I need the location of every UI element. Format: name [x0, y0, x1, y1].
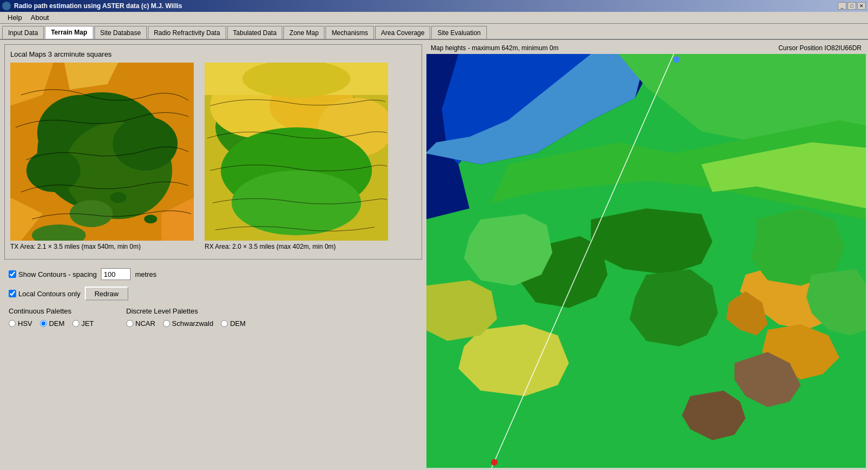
svg-point-51 [673, 56, 680, 63]
dem-discrete-text: DEM [230, 319, 246, 328]
tab-tabulated-data[interactable]: Tabulated Data [227, 26, 283, 39]
tx-map-canvas[interactable] [10, 63, 194, 241]
maximize-button[interactable]: □ [847, 2, 856, 10]
dem-text: DEM [49, 319, 65, 328]
menu-about[interactable]: About [26, 12, 53, 23]
svg-point-23 [232, 171, 361, 235]
window-controls: _ □ ✕ [838, 2, 866, 10]
menu-help[interactable]: Help [3, 12, 26, 23]
ncar-radio[interactable] [126, 320, 133, 327]
svg-point-52 [491, 459, 498, 466]
dem-label[interactable]: DEM [40, 319, 65, 328]
svg-marker-45 [464, 214, 553, 286]
palette-section: Continuous Palettes HSV DEM JET [9, 307, 418, 328]
tab-terrain-map[interactable]: Terrain Map [45, 26, 93, 39]
local-contours-row: Local Contours only Redraw [9, 287, 418, 301]
left-panel: Local Maps 3 arcminute squares [0, 40, 426, 470]
maps-row: TX Area: 2.1 × 3.5 miles (max 540m, min … [10, 63, 416, 250]
discrete-title: Discrete Level Palettes [126, 307, 246, 315]
tab-input-data[interactable]: Input Data [2, 26, 44, 39]
spacing-input[interactable] [101, 268, 131, 280]
schwarzwald-radio[interactable] [163, 320, 170, 327]
svg-point-15 [144, 215, 157, 223]
show-contours-checkbox[interactable] [9, 270, 16, 278]
tab-mechanisms[interactable]: Mechanisms [326, 26, 374, 39]
dem-discrete-label[interactable]: DEM [221, 319, 246, 328]
contour-row: Show Contours - spacing metres [9, 268, 418, 280]
metres-label: metres [135, 270, 157, 278]
tx-map-svg [10, 63, 194, 241]
continuous-title: Continuous Palettes [9, 307, 94, 315]
hsv-label[interactable]: HSV [9, 319, 32, 328]
tab-radio-refractivity[interactable]: Radio Refractivity Data [148, 26, 226, 39]
svg-point-14 [110, 192, 126, 203]
large-map[interactable] [426, 54, 866, 468]
hsv-text: HSV [18, 319, 32, 328]
large-map-svg [426, 54, 866, 468]
maps-label: Local Maps 3 arcminute squares [10, 50, 416, 58]
title-text: Radio path estimation using ASTER data (… [2, 2, 182, 10]
menu-bar: Help About [0, 12, 868, 24]
app-icon [2, 2, 11, 10]
tab-site-database[interactable]: Site Database [94, 26, 147, 39]
tab-site-evaluation[interactable]: Site Evaluation [431, 26, 486, 39]
redraw-button[interactable]: Redraw [85, 287, 128, 301]
rx-map-canvas[interactable] [205, 63, 388, 241]
map-heights-info: Map heights - maximum 642m, minimum 0m [431, 44, 559, 52]
dem-discrete-radio[interactable] [221, 320, 228, 327]
title-bar: Radio path estimation using ASTER data (… [0, 0, 868, 12]
maps-container: Local Maps 3 arcminute squares [4, 44, 422, 260]
jet-label[interactable]: JET [72, 319, 94, 328]
ncar-text: NCAR [135, 319, 155, 328]
show-contours-label[interactable]: Show Contours - spacing [9, 270, 97, 278]
jet-text: JET [82, 319, 94, 328]
close-button[interactable]: ✕ [857, 2, 866, 10]
discrete-radio-row: NCAR Schwarzwald DEM [126, 319, 246, 328]
tx-map-item: TX Area: 2.1 × 3.5 miles (max 540m, min … [10, 63, 194, 250]
schwarzwald-text: Schwarzwald [172, 319, 214, 328]
minimize-button[interactable]: _ [838, 2, 846, 10]
map-info-bar: Map heights - maximum 642m, minimum 0m C… [426, 42, 866, 54]
tx-map-caption: TX Area: 2.1 × 3.5 miles (max 540m, min … [10, 243, 194, 250]
tab-area-coverage[interactable]: Area Coverage [375, 26, 431, 39]
rx-map-svg [205, 63, 388, 241]
controls-panel: Show Contours - spacing metres Local Con… [4, 264, 422, 332]
jet-radio[interactable] [72, 320, 79, 327]
hsv-radio[interactable] [9, 320, 16, 327]
title-label: Radio path estimation using ASTER data (… [14, 2, 182, 10]
rx-map-caption: RX Area: 2.0 × 3.5 miles (max 402m, min … [205, 243, 388, 250]
cursor-position: Cursor Position IO82IU66DR [778, 44, 862, 52]
rx-map-item: RX Area: 2.0 × 3.5 miles (max 402m, min … [205, 63, 388, 250]
right-panel: Map heights - maximum 642m, minimum 0m C… [426, 40, 868, 470]
local-contours-checkbox[interactable] [9, 290, 16, 297]
local-contours-label[interactable]: Local Contours only [9, 290, 80, 298]
dem-radio[interactable] [40, 320, 47, 327]
main-content: Local Maps 3 arcminute squares [0, 40, 868, 470]
tab-bar: Input Data Terrain Map Site Database Rad… [0, 24, 868, 40]
ncar-label[interactable]: NCAR [126, 319, 155, 328]
discrete-palettes: Discrete Level Palettes NCAR Schwarzwald [126, 307, 246, 328]
continuous-palettes: Continuous Palettes HSV DEM JET [9, 307, 94, 328]
tab-zone-map[interactable]: Zone Map [283, 26, 324, 39]
svg-point-4 [113, 117, 178, 171]
schwarzwald-label[interactable]: Schwarzwald [163, 319, 214, 328]
continuous-radio-row: HSV DEM JET [9, 319, 94, 328]
